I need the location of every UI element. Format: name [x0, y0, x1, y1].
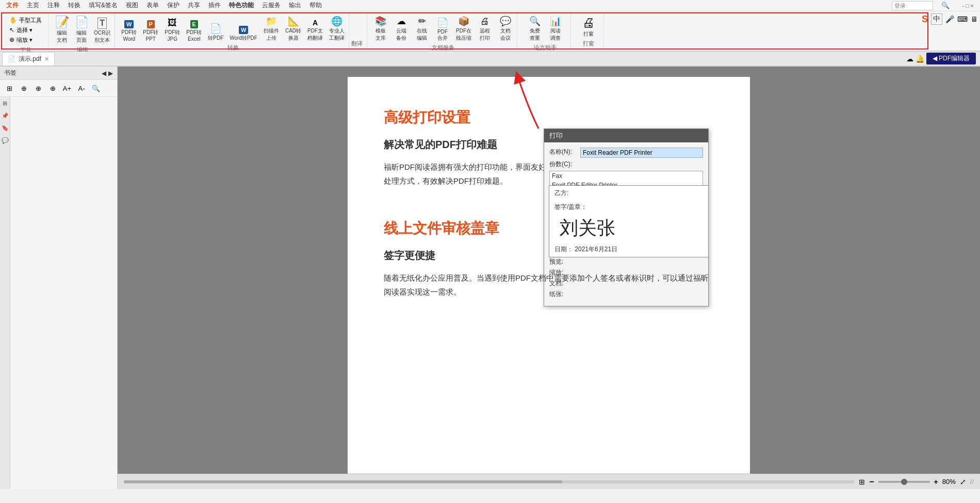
sidebar-icon-4[interactable]: 💬 — [1, 136, 9, 144]
chevron-icon: ◀ — [933, 55, 937, 62]
cloud-backup-btn[interactable]: ☁ 云端备份 — [392, 14, 411, 43]
cad-icon: 📐 — [288, 15, 299, 27]
ocr-icon: T — [97, 18, 107, 29]
menu-plugin[interactable]: 插件 — [204, 0, 225, 11]
convert-pdf-btn[interactable]: 📄 转PDF — [206, 22, 225, 43]
menu-file[interactable]: 文件 — [2, 0, 23, 11]
menu-home[interactable]: 主页 — [23, 0, 43, 11]
pdf-excel-btn[interactable]: E PDF转Excel — [184, 19, 204, 43]
bookmark-icon-font-bigger[interactable]: A+ — [61, 82, 73, 94]
scroll-progress[interactable] — [124, 480, 855, 483]
printer-fax[interactable]: Fax — [550, 171, 703, 181]
bookmark-toolbar: ⊞ ⊕ ⊕ ⊕ A+ A- 🔍 — [0, 80, 117, 97]
print-name-input[interactable]: Foxit Reader PDF Printer — [580, 148, 703, 158]
cad-btn[interactable]: 📐 CAD转换器 — [283, 14, 303, 43]
cloud-backup-label: 云端备份 — [396, 27, 406, 42]
group-doc-services-label: 文档服务 — [432, 44, 454, 52]
menu-cloud[interactable]: 云服务 — [258, 0, 285, 11]
bookmark-icon-search[interactable]: 🔍 — [90, 82, 102, 94]
font-smaller-icon: A- — [78, 85, 85, 92]
zoom-minus-btn[interactable]: − — [869, 477, 874, 486]
pdf-ppt-btn[interactable]: P PDF转PPT — [141, 19, 160, 43]
convert-pdf-icon: 📄 — [210, 23, 221, 34]
menu-convert[interactable]: 转换 — [64, 0, 85, 11]
bookmark-icon-font-smaller[interactable]: A- — [75, 82, 88, 94]
menu-special[interactable]: 特色功能 — [225, 0, 258, 11]
pdf-editor-btn[interactable]: ◀ PDF编辑器 — [926, 53, 976, 64]
scroll-progress-fill — [124, 480, 562, 483]
tab-close-btn[interactable]: ✕ — [44, 56, 49, 62]
word-pdf-icon: W — [239, 26, 248, 34]
free-check-btn[interactable]: 🔍 免费查重 — [526, 14, 544, 43]
pdf-word-btn[interactable]: W PDF转Word — [119, 19, 139, 43]
edit-zoom-btn[interactable]: ⊕ 缩放 ▾ — [7, 35, 44, 44]
zoom-level: 80% — [942, 478, 956, 485]
menu-sign[interactable]: 填写&签名 — [85, 0, 122, 11]
template-btn[interactable]: 📚 模板文库 — [371, 14, 390, 43]
hand-tool-btn[interactable]: ✋ 手型工具 — [7, 15, 44, 25]
section2-body: 随着无纸化办公应用普及。当遇到使用PDF文档中需要添加个人签名或者标识时，可以通… — [384, 271, 714, 299]
ocr-btn[interactable]: T OCR识别文本 — [92, 17, 112, 45]
bell-icon[interactable]: 🔔 — [916, 55, 924, 63]
fullscreen-icon[interactable]: ⤢ — [960, 478, 966, 486]
bookmark-icon-page[interactable]: ⊞ — [3, 82, 15, 94]
bookmark-icon-add1[interactable]: ⊕ — [18, 82, 30, 94]
print-btn[interactable]: 🖨 打窗 — [579, 14, 598, 39]
edit-zoom-label: 缩放 ▾ — [17, 36, 32, 44]
read-survey-btn[interactable]: 📊 阅读调查 — [546, 14, 565, 43]
menu-protect[interactable]: 保护 — [163, 0, 184, 11]
bookmark-icon-add2[interactable]: ⊕ — [32, 82, 44, 94]
bookmark-nav-prev[interactable]: ◀ — [102, 70, 106, 77]
zoom-slider[interactable] — [878, 481, 930, 483]
ime-zh-label[interactable]: 中 — [931, 13, 942, 25]
tab-demo-pdf-label: 演示.pdf — [19, 55, 41, 63]
cloud-icon[interactable]: ☁ — [906, 55, 913, 63]
menu-share[interactable]: 共享 — [184, 0, 204, 11]
doc-meeting-label: 文档会议 — [500, 27, 511, 42]
pdf-merge-btn[interactable]: 📄 PDF合并 — [433, 16, 452, 43]
pdf-translate-btn[interactable]: A PDF文档翻译 — [305, 18, 325, 43]
pdf-word-label: PDF转Word — [121, 29, 137, 42]
sidebar-icon-1[interactable]: ⊞ — [1, 99, 9, 107]
edit-page-btn[interactable]: 📄 编辑页面 — [72, 14, 91, 45]
pdf-excel-icon: E — [190, 20, 198, 28]
group-paper: 🔍 免费查重 📊 阅读调查 论文助手 — [519, 13, 571, 48]
edit-doc-btn[interactable]: 📝 编辑文档 — [53, 14, 71, 45]
tab-demo-pdf[interactable]: 📄 演示.pdf ✕ — [2, 52, 55, 66]
select-btn[interactable]: ↖ 选择 ▾ — [7, 25, 44, 35]
zoom-plus-btn[interactable]: + — [934, 478, 938, 486]
menu-output[interactable]: 输出 — [285, 0, 305, 11]
ime-screen-icon[interactable]: 🖥 — [971, 15, 978, 23]
template-icon: 📚 — [375, 15, 386, 27]
doc-meeting-btn[interactable]: 💬 文档会议 — [496, 14, 515, 43]
print-label: 打窗 — [583, 30, 594, 38]
edit-page-label: 编辑页面 — [76, 29, 87, 44]
font-bigger-icon: A+ — [63, 85, 71, 92]
online-edit-btn[interactable]: ✏ 在线编辑 — [413, 14, 431, 43]
scan-upload-label: 扫描件上传 — [264, 27, 279, 42]
bookmark-icon-add3[interactable]: ⊕ — [46, 82, 59, 94]
menu-view[interactable]: 视图 — [122, 0, 142, 11]
pdf-jpg-icon: 🖼 — [168, 18, 177, 28]
remote-print-btn[interactable]: 🖨 远程打印 — [476, 15, 494, 43]
word-pdf-btn[interactable]: W Word转PDF — [227, 25, 259, 43]
sidebar-icon-3[interactable]: 🔖 — [1, 124, 9, 132]
menu-annotate[interactable]: 注释 — [43, 0, 64, 11]
pro-translate-label: 专业人工翻译 — [329, 27, 345, 42]
menu-form[interactable]: 表单 — [142, 0, 163, 11]
bookmark-nav-next[interactable]: ▶ — [108, 70, 113, 77]
pdf-compress-btn[interactable]: 📦 PDF在线压缩 — [454, 14, 473, 43]
ime-keyboard-icon[interactable]: ⌨ — [957, 15, 968, 23]
pdf-jpg-btn[interactable]: 🖼 PDF转JPG — [162, 17, 182, 43]
pro-translate-btn[interactable]: 🌐 专业人工翻译 — [327, 14, 347, 43]
menu-help[interactable]: 帮助 — [305, 0, 326, 11]
ime-mic-icon[interactable]: 🎤 — [945, 15, 954, 23]
sidebar-icon-2[interactable]: 📌 — [1, 111, 9, 120]
left-sidebar: ⊞ 📌 🔖 💬 — [0, 97, 10, 489]
zoom-fit-icon[interactable]: ⊞ — [859, 478, 865, 486]
word-pdf-label: Word转PDF — [230, 35, 257, 42]
group-tools-inner: ✋ 手型工具 ↖ 选择 ▾ ⊕ 缩放 ▾ — [5, 14, 46, 45]
edit-doc-icon: 📝 — [55, 15, 69, 29]
login-input[interactable] — [892, 1, 933, 10]
scan-upload-btn[interactable]: 📁 扫描件上传 — [262, 14, 281, 43]
